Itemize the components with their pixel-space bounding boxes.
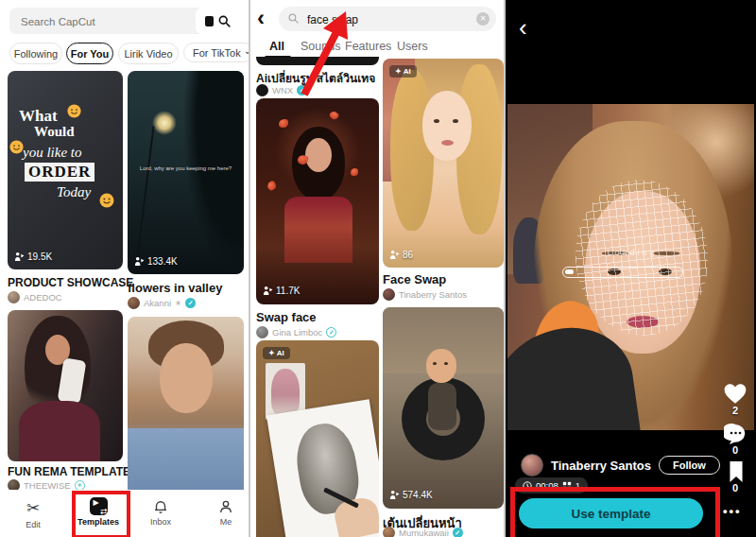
- ai-badge-label: AI: [277, 349, 284, 357]
- search-bar[interactable]: [9, 8, 239, 34]
- author-name: Gina Limboc: [272, 327, 322, 338]
- template-title[interactable]: flowers in valley: [128, 281, 222, 295]
- more-options-icon[interactable]: •••: [723, 504, 742, 518]
- avatar: [8, 291, 20, 303]
- verified-icon: ✓: [453, 528, 463, 537]
- nav-label: Edit: [26, 520, 41, 529]
- preview-photo[interactable]: Loading: [507, 104, 754, 430]
- result-author[interactable]: Gina Limboc ✓: [256, 326, 336, 338]
- tab-lirik-video[interactable]: Lirik Video: [118, 43, 179, 64]
- usage-stat: 574.4K: [389, 490, 433, 500]
- usage-value: 19.5K: [27, 251, 52, 262]
- bell-icon: [152, 498, 169, 515]
- avatar[interactable]: [521, 454, 543, 476]
- author-name[interactable]: Tinaberry Santos: [551, 459, 651, 473]
- tab-label: Lirik Video: [124, 48, 172, 60]
- usage-stat: 11.7K: [263, 286, 300, 296]
- verified-icon: ✓: [326, 327, 336, 338]
- ai-badge-label: AI: [404, 67, 411, 76]
- tab-label: For TikTok: [193, 47, 241, 59]
- result-card-face-swap[interactable]: ✦ AI 86: [383, 59, 504, 268]
- template-card-product-showcase[interactable]: What Would you like to ORDER Today: [8, 71, 123, 269]
- lips: [441, 140, 454, 146]
- eye: [444, 362, 448, 365]
- avatar: [383, 288, 395, 301]
- clear-search-icon[interactable]: ✕: [476, 12, 490, 26]
- hug-emoji: [9, 139, 25, 155]
- result-title[interactable]: Swap face: [256, 310, 317, 324]
- usage-value: 574.4K: [403, 490, 433, 500]
- template-card-flowers-in-valley[interactable]: Lord, why are you keeping me here? 133.4…: [128, 71, 244, 274]
- result-author[interactable]: Tinaberry Santos: [383, 288, 467, 301]
- bookmark-count: 0: [721, 482, 749, 494]
- search-button[interactable]: [196, 8, 239, 34]
- search-icon: [217, 14, 232, 28]
- template-use-icon: [134, 256, 145, 267]
- loading-label: Loading: [566, 248, 698, 257]
- petal-decoration: [351, 168, 358, 176]
- back-icon[interactable]: ‹: [519, 13, 527, 43]
- capcut-search-results-screen: ‹ ✕ All Sounds Features Users Aiเปลี่ยนร…: [250, 0, 504, 537]
- eye: [433, 362, 437, 365]
- hijab-photo: [271, 369, 300, 416]
- nav-inbox[interactable]: Inbox: [132, 498, 189, 527]
- image-search-icon[interactable]: [205, 16, 214, 26]
- template-preview-screen: ‹ Loading 2: [506, 0, 756, 537]
- tab-all[interactable]: All: [269, 40, 284, 53]
- nav-edit[interactable]: ✂ Edit: [5, 498, 61, 529]
- template-author[interactable]: Akanni ★ ✓: [128, 297, 196, 309]
- nav-label: Me: [220, 517, 232, 527]
- overlay-text-today: Today: [57, 184, 91, 200]
- result-card-swap-face[interactable]: 11.7K: [256, 98, 379, 304]
- usage-value: 11.7K: [276, 286, 300, 296]
- usage-stat: 86: [389, 250, 413, 260]
- follow-button[interactable]: Follow: [659, 456, 720, 475]
- comment-icon[interactable]: [724, 423, 747, 445]
- bookmark-icon[interactable]: [726, 460, 747, 483]
- template-title[interactable]: PRODUCT SHOWCASE: [8, 276, 133, 289]
- blonde-face: [422, 91, 472, 161]
- template-card-portrait[interactable]: [128, 317, 244, 492]
- tab-following[interactable]: Following: [9, 43, 62, 64]
- usage-value: 133.4K: [147, 256, 178, 267]
- overlay-text-you-like-to: you like to: [23, 145, 81, 161]
- dancer-outfit: [284, 197, 352, 263]
- result-author[interactable]: Mumukawaii ✓: [383, 527, 463, 537]
- like-count: 2: [721, 405, 749, 416]
- result-title[interactable]: Face Swap: [383, 272, 446, 286]
- hug-emoji: [98, 192, 115, 209]
- tab-for-you[interactable]: For You: [66, 43, 113, 64]
- avatar: [128, 297, 140, 309]
- result-card-tire[interactable]: 574.4K: [383, 307, 504, 509]
- usage-value: 86: [403, 250, 413, 260]
- result-card-sketch[interactable]: ✦ AI: [256, 340, 379, 537]
- loading-progress-fill: [565, 269, 574, 274]
- template-author[interactable]: ADEDOC: [8, 291, 62, 303]
- tab-for-tiktok[interactable]: For TikTok ⌄: [183, 43, 249, 62]
- back-icon[interactable]: ‹: [257, 5, 265, 31]
- eye: [434, 119, 439, 123]
- like-icon[interactable]: [723, 382, 747, 405]
- girl-top: [19, 401, 100, 461]
- man-shirt: [128, 428, 244, 492]
- comment-count: 0: [721, 444, 749, 456]
- avatar: [383, 527, 395, 537]
- lamp-pole: [136, 126, 154, 257]
- tab-users[interactable]: Users: [397, 40, 428, 53]
- ai-badge: ✦ AI: [389, 65, 417, 78]
- hug-emoji: [66, 103, 82, 119]
- template-title[interactable]: FUN REMA TEMPLATE: [8, 465, 130, 478]
- template-use-icon: [389, 250, 400, 260]
- annotation-arrow: [284, 8, 369, 102]
- usage-stat: 133.4K: [134, 256, 178, 267]
- overlay-text-order: ORDER: [25, 163, 94, 182]
- loading-progress-bar: [562, 267, 683, 278]
- search-input[interactable]: [19, 8, 164, 36]
- sparkle-icon: ✦: [395, 67, 402, 76]
- verified-icon: ✓: [185, 298, 196, 308]
- template-use-icon: [14, 251, 25, 262]
- person-icon: [217, 498, 234, 515]
- annotation-box-use-template: [510, 487, 720, 537]
- nav-me[interactable]: Me: [198, 498, 249, 527]
- template-card-fun-rema[interactable]: [8, 310, 123, 461]
